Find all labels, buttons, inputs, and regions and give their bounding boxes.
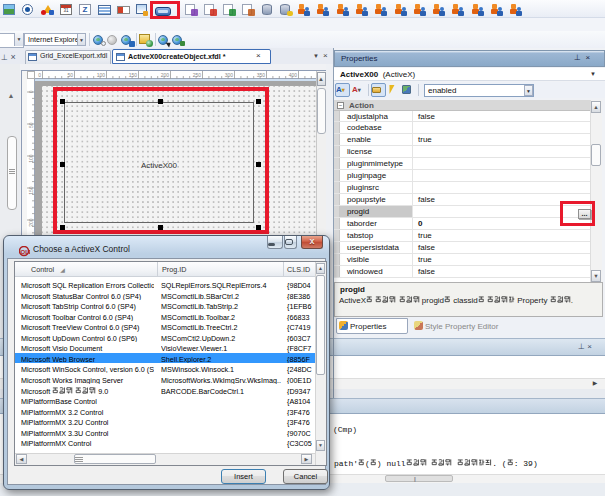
svg-text:50: 50 [28,122,34,128]
svg-text:400: 400 [289,72,298,78]
svg-text:100: 100 [97,72,106,78]
svg-text:350: 350 [257,72,266,78]
svg-text:250: 250 [193,72,202,78]
svg-text:OLE: OLE [21,249,31,255]
svg-text:0: 0 [28,90,34,93]
svg-text:200: 200 [28,218,34,227]
svg-text:150: 150 [28,186,34,195]
svg-text:0: 0 [38,72,41,78]
svg-text:300: 300 [225,72,234,78]
svg-text:150: 150 [129,72,138,78]
svg-text:100: 100 [28,154,34,163]
svg-text:200: 200 [161,72,170,78]
svg-text:50: 50 [67,72,73,78]
